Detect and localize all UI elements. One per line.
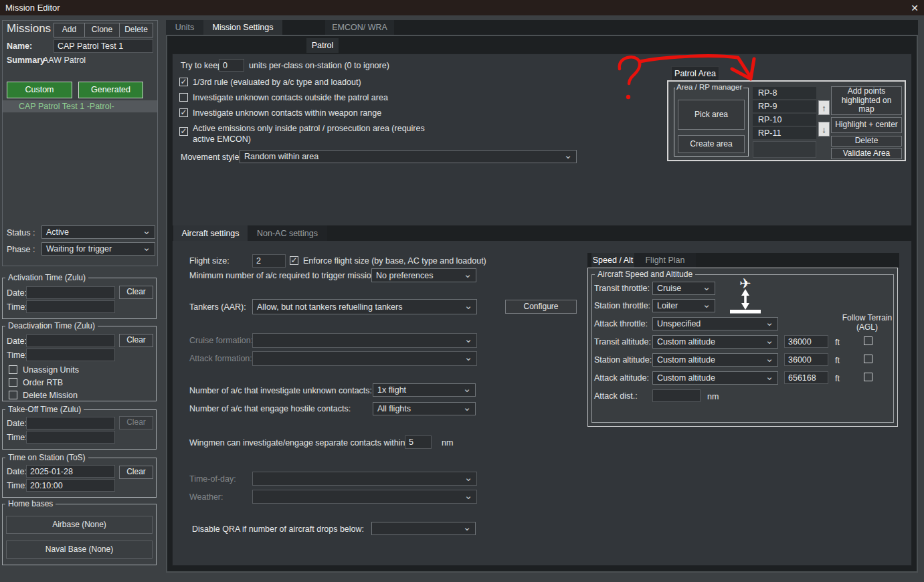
airbase-button[interactable]: Airbase (None) [6,516,153,534]
summary-value: AAW Patrol [43,56,86,65]
move-point-up-button[interactable]: ↑ [818,100,830,115]
highlight-center-button[interactable]: Highlight + center [831,117,902,133]
rp-list-item[interactable]: RP-10 [753,114,816,126]
custom-missions-button[interactable]: Custom [7,82,72,98]
investigate-count-dropdown[interactable]: 1x flight ⌄ [373,383,476,397]
activation-date-field[interactable] [26,286,115,299]
validate-area-button[interactable]: Validate Area [831,148,902,159]
weather-label: Weather: [189,492,223,502]
investigate-weapon-range-checkbox[interactable]: ✓ [179,108,188,117]
configure-button[interactable]: Configure [505,300,577,314]
time-label: Time: [7,433,27,442]
takeoff-date-input[interactable] [27,417,114,429]
tab-mission-settings[interactable]: Mission Settings [203,20,282,35]
attack-throttle-dropdown[interactable]: Unspecified ⌄ [652,317,778,330]
deactivation-date-input[interactable] [27,335,114,347]
tankers-dropdown[interactable]: Allow, but not tankers refuelling tanker… [252,299,477,314]
unassign-units-checkbox[interactable] [9,365,17,374]
order-rtb-checkbox[interactable] [9,378,17,387]
takeoff-time-field[interactable] [26,431,115,444]
add-mission-button[interactable]: Add [54,23,85,37]
close-icon[interactable]: ✕ [907,1,922,14]
tab-flight-plan[interactable]: Flight Plan [634,253,696,268]
movement-style-dropdown[interactable]: Random within area ⌄ [240,150,577,163]
station-follow-terrain-checkbox[interactable] [864,355,872,363]
transit-follow-terrain-checkbox[interactable] [864,336,872,345]
attack-altitude-dropdown[interactable]: Custom altitude ⌄ [652,371,778,385]
transit-altitude-field[interactable] [784,335,828,348]
min-trigger-dropdown[interactable]: No preferences ⌄ [371,268,476,282]
station-altitude-input[interactable] [785,354,828,365]
activation-time-field[interactable] [26,300,115,313]
tos-time-field[interactable] [26,479,115,492]
activation-time-input[interactable] [27,301,114,312]
flight-size-input[interactable] [253,255,285,267]
phase-value: Waiting for trigger [42,244,138,254]
tab-speed-alt[interactable]: Speed / Alt [591,253,634,268]
attack-dist-field[interactable] [652,389,701,402]
delete-mission-checkbox[interactable] [9,391,17,399]
clone-mission-button[interactable]: Clone [84,23,120,37]
tos-time-input[interactable] [27,480,114,491]
station-altitude-field[interactable] [784,353,828,366]
tos-date-input[interactable] [27,466,114,477]
tab-aircraft-settings[interactable]: Aircraft settings [173,225,248,241]
date-label: Date: [7,467,27,476]
third-rule-label: 1/3rd rule (evaluated by a/c type and lo… [193,78,361,87]
rp-list-item[interactable]: RP-11 [753,127,816,139]
tab-patrol[interactable]: Patrol [306,38,339,53]
create-area-button[interactable]: Create area [678,135,745,153]
status-dropdown[interactable]: Active ⌄ [41,225,155,239]
takeoff-date-field[interactable] [26,417,115,429]
deactivation-clear-button[interactable]: Clear [119,334,153,347]
naval-base-button[interactable]: Naval Base (None) [6,541,153,559]
check-icon: ✓ [180,108,187,116]
transit-altitude-input[interactable] [785,336,828,347]
try-keep-field[interactable] [219,59,244,72]
try-keep-input[interactable] [219,60,244,71]
investigate-outside-checkbox[interactable] [179,93,188,102]
deactivation-time-field[interactable] [26,349,115,361]
attack-follow-terrain-checkbox[interactable] [864,373,872,381]
station-altitude-dropdown[interactable]: Custom altitude ⌄ [652,353,778,367]
third-rule-checkbox[interactable]: ✓ [179,78,188,86]
mission-name-field[interactable] [54,39,153,53]
phase-dropdown[interactable]: Waiting for trigger ⌄ [41,242,155,256]
transit-throttle-dropdown[interactable]: Cruise ⌄ [652,282,715,295]
summary-label: Summary [7,56,45,65]
tos-date-field[interactable] [26,465,115,478]
wingmen-distance-input[interactable] [405,436,431,448]
deactivation-time-input[interactable] [27,349,114,361]
tos-clear-button[interactable]: Clear [119,466,153,479]
move-point-down-button[interactable]: ↓ [818,122,830,136]
disable-qra-dropdown[interactable]: ⌄ [371,522,476,535]
engage-count-dropdown[interactable]: All flights ⌄ [373,402,476,415]
mission-list-item-selected[interactable]: CAP Patrol Test 1 -Patrol- [3,100,157,112]
enforce-flight-size-checkbox[interactable]: ✓ [290,256,298,265]
generated-missions-button[interactable]: Generated [78,82,143,98]
delete-mission-button[interactable]: Delete [119,23,153,37]
mission-name-input[interactable] [54,40,153,52]
flight-size-field[interactable] [252,254,286,268]
add-points-button[interactable]: Add points highlighted on map [831,86,902,115]
attack-altitude-input[interactable] [785,372,828,383]
takeoff-time-input[interactable] [27,431,114,443]
rp-list-empty-slot[interactable] [753,141,816,158]
wingmen-distance-field[interactable] [405,435,432,449]
date-label: Date: [7,336,27,346]
attack-dist-label: Attack dist.: [594,391,638,401]
tab-non-ac-settings[interactable]: Non-AC settings [248,225,327,241]
tab-units[interactable]: Units [166,20,203,35]
transit-altitude-dropdown[interactable]: Custom altitude ⌄ [652,335,778,349]
activation-clear-button[interactable]: Clear [119,286,153,299]
attack-altitude-field[interactable] [784,371,828,384]
active-emissions-checkbox[interactable]: ✓ [179,127,188,136]
activation-date-input[interactable] [27,287,114,298]
delete-points-button[interactable]: Delete [831,136,902,147]
window-title: Mission Editor [5,3,60,13]
deactivation-date-field[interactable] [26,334,115,347]
movement-style-value: Random within area [240,152,560,161]
station-throttle-dropdown[interactable]: Loiter ⌄ [652,299,715,312]
tab-emcon-wra[interactable]: EMCON/ WRA [325,20,394,35]
attack-dist-input[interactable] [653,390,700,401]
